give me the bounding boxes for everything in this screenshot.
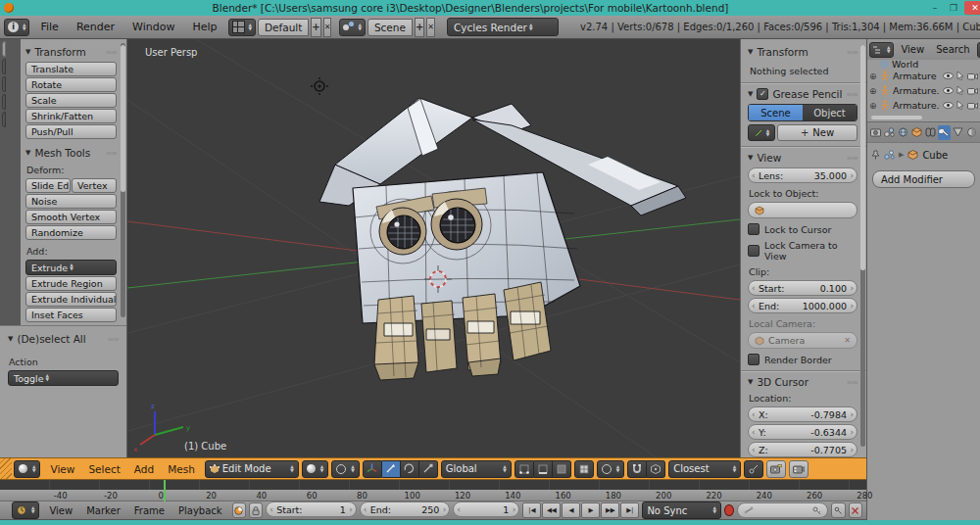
cursor-arrow-icon[interactable]	[956, 86, 964, 95]
lock-object-field[interactable]	[748, 202, 858, 218]
cursor-arrow-icon[interactable]	[956, 72, 964, 80]
tool-button[interactable]: Push/Pull	[25, 124, 117, 139]
pin-icon[interactable]	[871, 150, 880, 160]
timeline-editor-button[interactable]	[12, 501, 39, 519]
menu-item[interactable]: Marker	[79, 505, 127, 516]
clip-end-slider[interactable]: End: 1000.000	[748, 298, 858, 313]
grease-pencil-header[interactable]: Grease Pencil	[748, 88, 858, 100]
mesh-tools-panel-header[interactable]: Mesh Tools	[25, 147, 117, 159]
playback-button[interactable]: ▶	[581, 502, 600, 518]
camera-icon[interactable]	[967, 72, 978, 80]
tab-scene[interactable]	[883, 125, 896, 140]
lock-camera-row[interactable]: Lock Camera to View	[748, 240, 858, 262]
tab-object[interactable]	[910, 125, 923, 140]
view-panel-header[interactable]: View	[748, 152, 858, 164]
tool-button[interactable]: Smooth Vertex	[25, 210, 117, 224]
outliner-row[interactable]: ⊕ Armature.0(	[869, 98, 978, 113]
snap-magnet-button[interactable]	[627, 460, 647, 478]
timeline-ruler[interactable]: -40-200204060801001201401601802002202402…	[0, 490, 866, 501]
shelf-tab[interactable]	[2, 112, 6, 127]
edge-select-button[interactable]	[534, 460, 553, 478]
location-slider[interactable]: X: -0.7984	[748, 406, 858, 422]
expand-icon[interactable]: ⊕	[869, 86, 877, 96]
menu-item[interactable]: View	[42, 505, 79, 516]
playback-button[interactable]: ◀	[562, 502, 580, 518]
timeline-track[interactable]	[0, 480, 866, 490]
render-border-checkbox[interactable]	[748, 354, 760, 365]
lock-camera-checkbox[interactable]	[748, 245, 760, 257]
playback-range-button[interactable]	[232, 502, 246, 518]
scene-browse-button[interactable]	[339, 19, 365, 36]
menu-item[interactable]: Select	[81, 463, 126, 475]
tool-button[interactable]: Vertex	[72, 178, 117, 193]
corner-grip[interactable]	[0, 458, 12, 479]
snap-peel-button[interactable]	[744, 460, 763, 478]
scene-name-field[interactable]: Scene	[368, 19, 413, 36]
render-border-row[interactable]: Render Border	[748, 354, 858, 365]
vertex-select-button[interactable]	[514, 460, 534, 478]
frame-start-slider[interactable]: Start: 1	[266, 501, 357, 517]
translate-manipulator-button[interactable]	[382, 460, 401, 478]
delete-scene-button[interactable]	[426, 18, 435, 37]
draw-mode-dropdown[interactable]	[748, 124, 775, 141]
opengl-render-anim-button[interactable]	[789, 460, 808, 478]
tool-button[interactable]: Translate	[25, 62, 117, 76]
frame-end-slider[interactable]: End: 250	[360, 501, 451, 517]
tool-button[interactable]: Randomize	[25, 225, 117, 240]
maximize-button[interactable]: ❐	[946, 2, 961, 14]
expand-icon[interactable]: ⊕	[869, 101, 877, 111]
sync-dropdown[interactable]: No Sync	[642, 501, 721, 519]
snap-element-button[interactable]	[647, 460, 665, 478]
playback-button[interactable]: ▶▶	[601, 502, 619, 518]
action-dropdown[interactable]: Toggle	[8, 370, 119, 386]
tool-button[interactable]: Rotate	[25, 77, 117, 92]
shelf-tab[interactable]	[2, 59, 6, 74]
screen-layout-button[interactable]	[228, 19, 256, 36]
delete-keyframe-button[interactable]	[849, 502, 862, 518]
shelf-tab[interactable]	[2, 41, 6, 57]
viewport-3d[interactable]: y z x User Persp (1) Cube	[127, 39, 740, 457]
lock-to-cursor-row[interactable]: Lock to Cursor	[748, 223, 858, 235]
viewport-shading-dropdown[interactable]	[302, 460, 328, 478]
rotate-manipulator-button[interactable]	[401, 460, 419, 478]
tab-material[interactable]	[965, 125, 978, 140]
camera-icon[interactable]	[967, 87, 978, 95]
tool-button[interactable]: Inset Faces	[25, 308, 117, 322]
n-panel-scrollbar[interactable]	[860, 45, 865, 447]
lamp-object[interactable]	[311, 77, 328, 95]
playback-button[interactable]: ◀◀	[542, 502, 561, 518]
menu-item[interactable]: Help	[183, 21, 225, 33]
tool-button[interactable]: Scale	[25, 93, 117, 108]
tool-button[interactable]: Extrude Individual	[25, 292, 117, 307]
eye-icon[interactable]	[943, 72, 954, 79]
delete-layout-button[interactable]	[323, 18, 332, 37]
lock-frame-button[interactable]	[249, 502, 263, 518]
scale-manipulator-button[interactable]	[419, 460, 438, 478]
eye-icon[interactable]	[943, 87, 954, 94]
face-select-button[interactable]	[553, 460, 571, 478]
tab-modifiers[interactable]	[938, 125, 951, 140]
grease-pencil-checkbox[interactable]	[757, 88, 768, 100]
occlude-geometry-button[interactable]	[574, 460, 594, 478]
menu-item[interactable]: Window	[123, 21, 183, 33]
outliner-row-world[interactable]: World	[869, 60, 978, 69]
cursor-panel-header[interactable]: 3D Cursor	[748, 376, 858, 388]
tool-button[interactable]: Noise	[25, 194, 117, 209]
proportional-edit-dropdown[interactable]	[597, 460, 624, 478]
menu-item[interactable]: Search	[930, 44, 975, 55]
cursor-arrow-icon[interactable]	[956, 101, 964, 110]
camera-icon[interactable]	[967, 102, 978, 110]
menu-item[interactable]: Add	[127, 463, 161, 475]
playback-button[interactable]: |◀	[522, 502, 541, 518]
object-tab[interactable]: Object	[803, 105, 857, 120]
menu-item[interactable]: View	[43, 463, 81, 475]
grease-new-button[interactable]: New	[777, 124, 858, 141]
clear-icon[interactable]: ✕	[844, 336, 851, 345]
shelf-tab[interactable]	[2, 94, 6, 110]
eye-icon[interactable]	[943, 102, 954, 109]
clip-start-slider[interactable]: Start: 0.100	[748, 280, 858, 296]
tool-button[interactable]: Shrink/Fatten	[25, 109, 117, 123]
editor-type-info-button[interactable]: i	[4, 19, 29, 36]
lock-cursor-checkbox[interactable]	[748, 223, 760, 235]
extrude-dropdown[interactable]: Extrude	[25, 260, 117, 275]
